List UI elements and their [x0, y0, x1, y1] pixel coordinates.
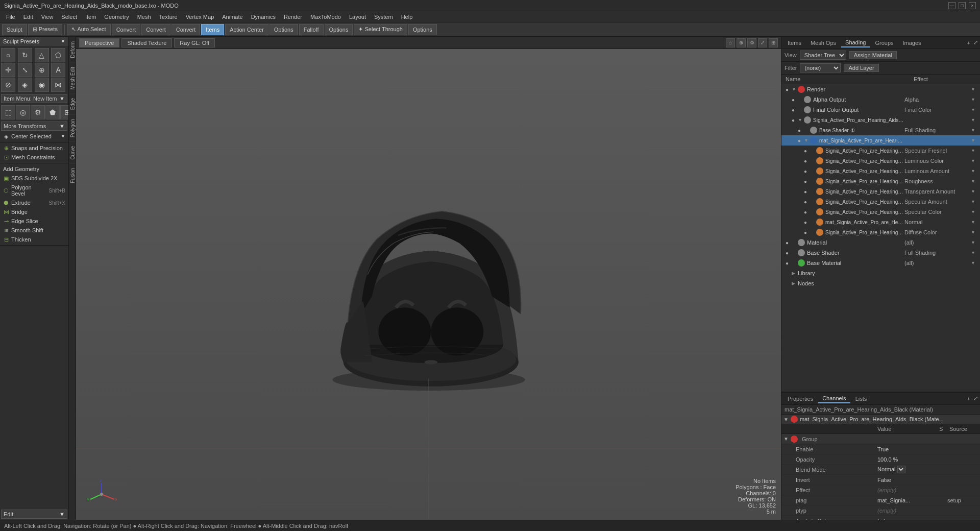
vis-icon-mat-signia[interactable]: ●: [796, 137, 803, 144]
edge-slice-item[interactable]: ⊸ Edge Slice: [0, 216, 68, 226]
vp-icon-settings[interactable]: ⚙: [747, 38, 756, 47]
menu-geometry[interactable]: Geometry: [100, 13, 133, 21]
side-tab-edge[interactable]: Edge: [69, 93, 76, 114]
tool-scale[interactable]: ⤡: [18, 63, 32, 77]
prop-expand-button[interactable]: ⤢: [973, 395, 978, 402]
expand-button[interactable]: ⤢: [973, 39, 978, 46]
vis-icon-final-color[interactable]: ●: [790, 106, 797, 113]
tool-falloff[interactable]: ◉: [35, 78, 49, 92]
shader-row-base-material[interactable]: ● Base Material (all) ▼: [781, 258, 980, 268]
tool-circle[interactable]: ○: [1, 48, 15, 62]
shader-row-base-shader-2[interactable]: ● Base Shader Full Shading ▼: [781, 248, 980, 258]
vp-icon-maximize[interactable]: ⤢: [758, 38, 767, 47]
viewport-canvas[interactable]: X Y Z No Items Polygons : Face Channels:…: [76, 49, 781, 520]
prop-row-invert[interactable]: Invert False: [781, 475, 980, 485]
menu-vertex-map[interactable]: Vertex Map: [182, 13, 218, 21]
convert-button-1[interactable]: Convert: [112, 24, 141, 35]
expand-signia-group[interactable]: ▼: [798, 117, 803, 123]
prop-row-effect[interactable]: Effect (empty): [781, 485, 980, 495]
vis-icon-base-material[interactable]: ●: [783, 259, 791, 267]
plus-button[interactable]: +: [967, 40, 970, 46]
shader-row-material[interactable]: ● Material (all) ▼: [781, 237, 980, 248]
shader-row-mat-signia[interactable]: ● ▼ mat_Signia_Active_Pro_are_Hearing_Ai…: [781, 135, 980, 146]
prop-row-ptag[interactable]: ptag mat_Signia... setup: [781, 495, 980, 505]
shader-row-nodes[interactable]: ▶ Nodes: [781, 278, 980, 288]
minimize-button[interactable]: —: [948, 2, 955, 9]
menu-dynamics[interactable]: Dynamics: [247, 13, 280, 21]
group-expand-chevron[interactable]: ▼: [783, 436, 791, 442]
shader-row-alpha[interactable]: ● Alpha Output Alpha ▼: [781, 94, 980, 105]
tool-move[interactable]: ✛: [1, 63, 15, 77]
vis-icon-base-shader[interactable]: ●: [796, 127, 803, 134]
center-selected-item[interactable]: ◈ Center Selected ▼: [0, 132, 68, 141]
tool-brush[interactable]: ⊕: [35, 63, 49, 77]
shader-row-base-shader[interactable]: ● Base Shader ① Full Shading ▼: [781, 125, 980, 135]
vp-tab-perspective[interactable]: Perspective: [79, 38, 119, 47]
bridge-item[interactable]: ⋈ Bridge: [0, 207, 68, 216]
select-through-button[interactable]: ✦ Select Through: [354, 24, 407, 35]
shader-row-reflect-color[interactable]: ● Signia_Active_Pro_are_Hearing_Aids_Ref…: [781, 207, 980, 217]
menu-render[interactable]: Render: [280, 13, 306, 21]
prop-row-ptyp[interactable]: ptyp (empty): [781, 505, 980, 516]
sds-subdivide-item[interactable]: ▣ SDS Subdivide 2X: [0, 174, 68, 183]
prop-plus-button[interactable]: +: [967, 396, 970, 402]
shader-row-fresnel[interactable]: ● Signia_Active_Pro_are_Hearing_Aids_Fre…: [781, 146, 980, 156]
tab-images[interactable]: Images: [899, 39, 925, 47]
menu-mesh[interactable]: Mesh: [133, 13, 155, 21]
shader-row-diffuse-color[interactable]: ● Signia_Active_Pro_are_Hearing_Aids_Dif…: [781, 227, 980, 237]
vp-icon-expand[interactable]: ⊞: [769, 38, 778, 47]
tool-mesh[interactable]: ⊞: [60, 105, 69, 119]
add-geometry-item[interactable]: Add Geometry: [0, 164, 68, 174]
side-tab-polygon[interactable]: Polygon: [69, 114, 76, 141]
tool-sphere[interactable]: ◎: [16, 105, 30, 119]
tool-triangle[interactable]: △: [35, 48, 49, 62]
tab-mesh-ops[interactable]: Mesh Ops: [806, 39, 840, 47]
falloff-button[interactable]: Falloff: [299, 24, 324, 35]
side-tab-mesh-edit[interactable]: Mesh Edit: [69, 62, 76, 93]
tool-snap[interactable]: ⋈: [51, 78, 65, 92]
vis-icon-reflect-color[interactable]: ●: [802, 208, 809, 215]
side-tab-deform[interactable]: Deform: [69, 37, 76, 62]
vp-tab-shaded[interactable]: Shaded Texture: [121, 38, 172, 47]
convert-button-2[interactable]: Convert: [141, 24, 170, 35]
shader-row-render[interactable]: ● ▼ Render ▼: [781, 84, 980, 94]
vis-icon-signia-group[interactable]: ●: [790, 116, 797, 124]
item-menu-dropdown[interactable]: Item Menu: New Item ▼: [1, 94, 67, 103]
mesh-constraints-item[interactable]: ⊡ Mesh Constraints: [0, 153, 68, 162]
expand-mat-signia[interactable]: ▼: [804, 138, 809, 143]
maximize-button[interactable]: □: [959, 2, 966, 9]
vp-tab-raygl[interactable]: Ray GL: Off: [174, 38, 215, 47]
smooth-shift-item[interactable]: ≋ Smooth Shift: [0, 226, 68, 235]
vis-icon-selfilum-color[interactable]: ●: [802, 157, 809, 164]
menu-system[interactable]: System: [370, 13, 397, 21]
add-layer-btn[interactable]: Add Layer: [844, 64, 878, 72]
items-button[interactable]: Items: [201, 24, 224, 35]
shader-row-gloss[interactable]: ● Signia_Active_Pro_are_Hearing_Aids_Glo…: [781, 176, 980, 186]
thicken-item[interactable]: ⊟ Thicken: [0, 235, 68, 244]
menu-maxtomodo[interactable]: MaxToModo: [306, 13, 345, 21]
close-button[interactable]: ×: [969, 2, 976, 9]
menu-layout[interactable]: Layout: [345, 13, 370, 21]
vis-icon-reflect-amount[interactable]: ●: [802, 198, 809, 205]
tab-groups[interactable]: Groups: [871, 39, 897, 47]
more-transforms-dropdown[interactable]: More Transforms ▼: [1, 122, 67, 131]
prop-row-group-expand[interactable]: ▼ Group: [781, 434, 980, 444]
vis-icon-diffuse-color[interactable]: ●: [802, 229, 809, 236]
tab-items[interactable]: Items: [783, 39, 805, 47]
convert-button-3[interactable]: Convert: [172, 24, 201, 35]
shader-row-refract[interactable]: ● Signia_Active_Pro_are_Hearing_Aids_Ref…: [781, 186, 980, 197]
tool-rotate[interactable]: ↻: [18, 48, 32, 62]
prop-row-opacity[interactable]: Opacity 100.0 %: [781, 454, 980, 465]
shader-row-library[interactable]: ▶ Library: [781, 268, 980, 278]
vis-icon-fresnel[interactable]: ●: [802, 147, 809, 154]
menu-select[interactable]: Select: [57, 13, 81, 21]
shader-row-signia-group[interactable]: ● ▼ Signia_Active_Pro_are_Hearing_Aids_B…: [781, 115, 980, 125]
presets-button[interactable]: ⊞ Presets: [28, 24, 62, 35]
prop-row-enable[interactable]: Enable True: [781, 444, 980, 454]
extrude-item[interactable]: ⬢ Extrude Shift+X: [0, 198, 68, 207]
auto-select-button[interactable]: ↖ Auto Select: [67, 24, 111, 35]
shader-row-final-color[interactable]: ● Final Color Output Final Color ▼: [781, 105, 980, 115]
prop-tab-properties[interactable]: Properties: [783, 395, 817, 403]
group-expand-icon[interactable]: ▼: [783, 417, 791, 422]
filter-select[interactable]: (none): [800, 63, 841, 73]
